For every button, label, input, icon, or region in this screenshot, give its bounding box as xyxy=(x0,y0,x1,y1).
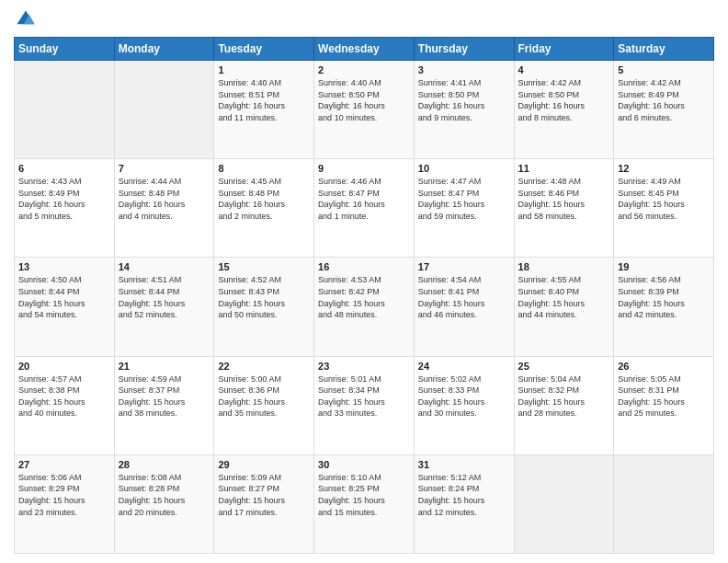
day-info: Sunrise: 4:54 AM Sunset: 8:41 PM Dayligh… xyxy=(418,274,510,320)
day-info: Sunrise: 4:51 AM Sunset: 8:44 PM Dayligh… xyxy=(119,274,210,320)
day-info: Sunrise: 4:53 AM Sunset: 8:42 PM Dayligh… xyxy=(318,274,410,320)
day-info: Sunrise: 4:42 AM Sunset: 8:49 PM Dayligh… xyxy=(618,77,710,123)
day-info: Sunrise: 4:57 AM Sunset: 8:38 PM Dayligh… xyxy=(18,373,110,419)
calendar-cell: 1Sunrise: 4:40 AM Sunset: 8:51 PM Daylig… xyxy=(214,61,314,159)
day-info: Sunrise: 4:59 AM Sunset: 8:37 PM Dayligh… xyxy=(119,373,210,419)
day-number: 7 xyxy=(119,163,210,174)
day-info: Sunrise: 4:44 AM Sunset: 8:48 PM Dayligh… xyxy=(119,176,210,222)
weekday-header-tuesday: Tuesday xyxy=(214,38,314,61)
calendar-cell: 21Sunrise: 4:59 AM Sunset: 8:37 PM Dayli… xyxy=(114,356,214,454)
day-number: 18 xyxy=(518,261,610,272)
weekday-header-sunday: Sunday xyxy=(15,38,115,61)
calendar-cell: 13Sunrise: 4:50 AM Sunset: 8:44 PM Dayli… xyxy=(15,258,115,356)
calendar-cell: 11Sunrise: 4:48 AM Sunset: 8:46 PM Dayli… xyxy=(514,159,614,258)
calendar-cell: 12Sunrise: 4:49 AM Sunset: 8:45 PM Dayli… xyxy=(614,159,714,258)
calendar-cell: 7Sunrise: 4:44 AM Sunset: 8:48 PM Daylig… xyxy=(114,159,214,258)
day-info: Sunrise: 4:48 AM Sunset: 8:46 PM Dayligh… xyxy=(518,176,610,222)
calendar-cell: 15Sunrise: 4:52 AM Sunset: 8:43 PM Dayli… xyxy=(214,258,314,356)
calendar-cell: 17Sunrise: 4:54 AM Sunset: 8:41 PM Dayli… xyxy=(414,258,514,356)
day-info: Sunrise: 5:08 AM Sunset: 8:28 PM Dayligh… xyxy=(119,472,210,518)
week-row-5: 27Sunrise: 5:06 AM Sunset: 8:29 PM Dayli… xyxy=(15,454,714,553)
day-number: 31 xyxy=(418,459,510,470)
day-number: 4 xyxy=(518,64,610,75)
day-number: 14 xyxy=(119,261,210,272)
day-number: 19 xyxy=(618,261,710,272)
day-number: 17 xyxy=(418,261,510,272)
day-number: 24 xyxy=(418,361,510,372)
calendar-cell: 20Sunrise: 4:57 AM Sunset: 8:38 PM Dayli… xyxy=(15,356,115,454)
day-info: Sunrise: 4:46 AM Sunset: 8:47 PM Dayligh… xyxy=(318,176,410,222)
header xyxy=(14,9,714,29)
page: SundayMondayTuesdayWednesdayThursdayFrid… xyxy=(0,0,728,563)
day-number: 2 xyxy=(318,64,410,75)
calendar-cell: 19Sunrise: 4:56 AM Sunset: 8:39 PM Dayli… xyxy=(614,258,714,356)
weekday-header-saturday: Saturday xyxy=(614,38,714,61)
calendar-cell: 4Sunrise: 4:42 AM Sunset: 8:50 PM Daylig… xyxy=(514,61,614,159)
day-number: 1 xyxy=(218,64,310,75)
day-info: Sunrise: 4:50 AM Sunset: 8:44 PM Dayligh… xyxy=(18,274,110,320)
calendar-cell: 6Sunrise: 4:43 AM Sunset: 8:49 PM Daylig… xyxy=(15,159,115,258)
day-info: Sunrise: 4:55 AM Sunset: 8:40 PM Dayligh… xyxy=(518,274,610,320)
day-info: Sunrise: 5:02 AM Sunset: 8:33 PM Dayligh… xyxy=(418,373,510,419)
calendar-cell: 26Sunrise: 5:05 AM Sunset: 8:31 PM Dayli… xyxy=(614,356,714,454)
calendar-cell: 29Sunrise: 5:09 AM Sunset: 8:27 PM Dayli… xyxy=(214,454,314,553)
day-info: Sunrise: 5:00 AM Sunset: 8:36 PM Dayligh… xyxy=(218,373,310,419)
day-number: 9 xyxy=(318,163,410,174)
weekday-header-wednesday: Wednesday xyxy=(314,38,415,61)
calendar-cell: 8Sunrise: 4:45 AM Sunset: 8:48 PM Daylig… xyxy=(214,159,314,258)
day-info: Sunrise: 5:06 AM Sunset: 8:29 PM Dayligh… xyxy=(18,472,110,518)
day-number: 15 xyxy=(218,261,310,272)
calendar-cell: 14Sunrise: 4:51 AM Sunset: 8:44 PM Dayli… xyxy=(114,258,214,356)
day-number: 27 xyxy=(18,459,110,470)
day-info: Sunrise: 4:42 AM Sunset: 8:50 PM Dayligh… xyxy=(518,77,610,123)
day-number: 13 xyxy=(18,261,110,272)
day-info: Sunrise: 5:01 AM Sunset: 8:34 PM Dayligh… xyxy=(318,373,410,419)
calendar-cell: 31Sunrise: 5:12 AM Sunset: 8:24 PM Dayli… xyxy=(414,454,514,553)
week-row-4: 20Sunrise: 4:57 AM Sunset: 8:38 PM Dayli… xyxy=(15,356,714,454)
calendar-cell: 27Sunrise: 5:06 AM Sunset: 8:29 PM Dayli… xyxy=(15,454,115,553)
day-number: 10 xyxy=(418,163,510,174)
calendar-cell: 16Sunrise: 4:53 AM Sunset: 8:42 PM Dayli… xyxy=(314,258,415,356)
calendar-cell: 9Sunrise: 4:46 AM Sunset: 8:47 PM Daylig… xyxy=(314,159,415,258)
weekday-header-row: SundayMondayTuesdayWednesdayThursdayFrid… xyxy=(15,38,714,61)
calendar-cell: 23Sunrise: 5:01 AM Sunset: 8:34 PM Dayli… xyxy=(314,356,415,454)
calendar: SundayMondayTuesdayWednesdayThursdayFrid… xyxy=(14,37,714,554)
day-number: 16 xyxy=(318,261,410,272)
day-number: 29 xyxy=(218,459,310,470)
day-info: Sunrise: 5:10 AM Sunset: 8:25 PM Dayligh… xyxy=(318,472,410,518)
day-info: Sunrise: 4:40 AM Sunset: 8:50 PM Dayligh… xyxy=(318,77,410,123)
weekday-header-thursday: Thursday xyxy=(414,38,514,61)
day-number: 5 xyxy=(618,64,710,75)
logo-icon xyxy=(16,9,36,29)
day-number: 22 xyxy=(218,361,310,372)
day-info: Sunrise: 4:49 AM Sunset: 8:45 PM Dayligh… xyxy=(618,176,710,222)
day-number: 20 xyxy=(18,361,110,372)
calendar-cell xyxy=(614,454,714,553)
day-number: 26 xyxy=(618,361,710,372)
day-number: 21 xyxy=(119,361,210,372)
week-row-1: 1Sunrise: 4:40 AM Sunset: 8:51 PM Daylig… xyxy=(15,61,714,159)
day-info: Sunrise: 4:41 AM Sunset: 8:50 PM Dayligh… xyxy=(418,77,510,123)
weekday-header-monday: Monday xyxy=(114,38,214,61)
day-number: 8 xyxy=(218,163,310,174)
day-number: 6 xyxy=(18,163,110,174)
calendar-cell xyxy=(114,61,214,159)
logo xyxy=(14,9,38,29)
calendar-cell: 25Sunrise: 5:04 AM Sunset: 8:32 PM Dayli… xyxy=(514,356,614,454)
calendar-cell: 30Sunrise: 5:10 AM Sunset: 8:25 PM Dayli… xyxy=(314,454,415,553)
calendar-cell: 22Sunrise: 5:00 AM Sunset: 8:36 PM Dayli… xyxy=(214,356,314,454)
day-info: Sunrise: 4:40 AM Sunset: 8:51 PM Dayligh… xyxy=(218,77,310,123)
day-info: Sunrise: 4:45 AM Sunset: 8:48 PM Dayligh… xyxy=(218,176,310,222)
day-info: Sunrise: 5:04 AM Sunset: 8:32 PM Dayligh… xyxy=(518,373,610,419)
day-number: 11 xyxy=(518,163,610,174)
day-info: Sunrise: 5:09 AM Sunset: 8:27 PM Dayligh… xyxy=(218,472,310,518)
day-info: Sunrise: 5:12 AM Sunset: 8:24 PM Dayligh… xyxy=(418,472,510,518)
calendar-cell: 5Sunrise: 4:42 AM Sunset: 8:49 PM Daylig… xyxy=(614,61,714,159)
calendar-cell: 2Sunrise: 4:40 AM Sunset: 8:50 PM Daylig… xyxy=(314,61,415,159)
calendar-cell: 28Sunrise: 5:08 AM Sunset: 8:28 PM Dayli… xyxy=(114,454,214,553)
day-number: 12 xyxy=(618,163,710,174)
calendar-cell: 18Sunrise: 4:55 AM Sunset: 8:40 PM Dayli… xyxy=(514,258,614,356)
calendar-cell: 3Sunrise: 4:41 AM Sunset: 8:50 PM Daylig… xyxy=(414,61,514,159)
day-number: 28 xyxy=(119,459,210,470)
day-info: Sunrise: 4:52 AM Sunset: 8:43 PM Dayligh… xyxy=(218,274,310,320)
